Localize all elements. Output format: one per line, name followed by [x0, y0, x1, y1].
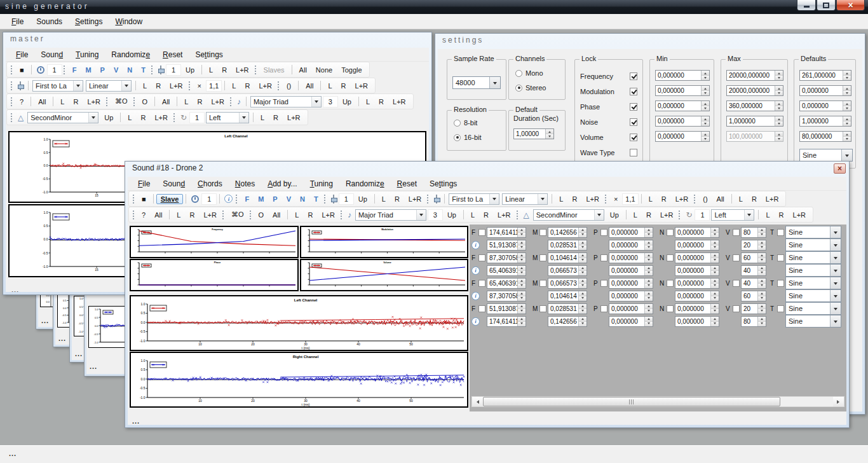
spin-up-icon[interactable] — [702, 101, 709, 106]
spinner-arrows[interactable] — [843, 86, 851, 95]
min-spinner-3[interactable]: 0,000000 — [655, 116, 710, 127]
button-l[interactable]: L — [123, 113, 136, 123]
spin-down-icon[interactable] — [702, 106, 709, 111]
max-spinner-1[interactable]: 20000,000000 — [726, 85, 783, 96]
toggle-modulation[interactable]: M — [81, 65, 95, 75]
param-checkbox-t[interactable] — [777, 229, 784, 236]
spin-up-icon[interactable] — [775, 132, 783, 137]
spin-down-icon[interactable] — [711, 322, 719, 326]
button-l[interactable]: L — [205, 65, 217, 75]
minimize-button[interactable] — [797, 0, 816, 11]
spin-up-icon[interactable] — [758, 291, 766, 296]
toggle-wavetype[interactable]: T — [309, 194, 323, 204]
wave-select[interactable]: Sine — [785, 277, 841, 289]
note-icon[interactable]: ♪ — [345, 211, 354, 219]
triangle-icon[interactable]: △ — [15, 113, 26, 122]
button-l[interactable]: L — [172, 210, 185, 220]
spinner-arrows[interactable] — [843, 71, 851, 80]
param-spinner-p[interactable]: 0,000000 — [609, 303, 653, 314]
wave-select[interactable]: Sine — [785, 238, 841, 251]
button-l[interactable]: L — [227, 81, 240, 91]
param-spinner-m[interactable]: 0,028531 — [548, 240, 587, 251]
spinner-arrows[interactable] — [701, 71, 709, 80]
spin-up-icon[interactable] — [758, 279, 766, 284]
spin-down-icon[interactable] — [711, 258, 719, 263]
param-spinner-v[interactable]: 80 — [741, 227, 766, 238]
defaults-spinner-2[interactable]: 0,000000 — [799, 100, 851, 111]
spinner-arrows[interactable] — [644, 279, 653, 288]
menu-window[interactable]: Window — [109, 15, 149, 28]
spin-up-icon[interactable] — [711, 291, 719, 296]
toolbar-grip[interactable] — [151, 65, 153, 75]
param-checkbox-n[interactable] — [667, 254, 674, 261]
spinner-arrows[interactable] — [710, 240, 719, 250]
spin-down-icon[interactable] — [579, 245, 587, 250]
param-checkbox-f[interactable] — [478, 305, 485, 312]
info-icon[interactable]: i — [471, 317, 480, 326]
spinner-arrows[interactable] — [701, 132, 709, 141]
button-l[interactable]: L — [735, 194, 747, 204]
toolbar-grip[interactable] — [105, 97, 108, 107]
spin-down-icon[interactable] — [546, 134, 553, 139]
spinner-arrows[interactable] — [644, 304, 653, 314]
spin-down-icon[interactable] — [775, 91, 783, 95]
param-spinner-p[interactable]: 0,000000 — [609, 291, 653, 301]
note-icon[interactable]: ♪ — [234, 97, 243, 106]
param-checkbox-v[interactable] — [733, 229, 740, 236]
param-spinner-n[interactable]: 0,000000 — [675, 303, 719, 314]
radio-16bit[interactable]: 16-bit — [454, 134, 482, 141]
max-spinner-0[interactable]: 20000,000000 — [726, 70, 783, 81]
spin-up-icon[interactable] — [711, 253, 719, 258]
spin-up-icon[interactable] — [758, 240, 766, 245]
sound-menu-chords[interactable]: Chords — [191, 178, 229, 190]
param-checkbox-n[interactable] — [667, 280, 674, 287]
fader-icon[interactable] — [433, 194, 440, 204]
toolbar-grip[interactable] — [10, 97, 13, 107]
question-button[interactable]: ? — [137, 210, 150, 220]
button-r[interactable]: R — [390, 194, 404, 204]
param-checkbox-m[interactable] — [539, 229, 546, 236]
toolbar-grip[interactable] — [323, 194, 326, 204]
spinner-arrows[interactable] — [517, 228, 526, 237]
spin-up-icon[interactable] — [843, 116, 851, 121]
spinner-arrows[interactable] — [775, 71, 783, 80]
spin-up-icon[interactable] — [702, 116, 709, 121]
param-checkbox-t[interactable] — [777, 305, 784, 312]
spin-up-icon[interactable] — [579, 317, 587, 322]
menu-file[interactable]: File — [5, 15, 30, 28]
min-spinner-2[interactable]: 0,000000 — [655, 100, 710, 111]
wave-select[interactable]: Sine — [785, 264, 841, 277]
spin-up-icon[interactable] — [843, 132, 851, 137]
info-icon[interactable]: i — [471, 292, 480, 300]
info-icon[interactable]: i — [471, 241, 480, 249]
spinner-arrows[interactable] — [775, 101, 783, 111]
toggle-wavetype[interactable]: T — [137, 65, 150, 75]
param-spinner-f[interactable]: 51,913087 — [487, 303, 526, 314]
button-r[interactable]: R — [775, 210, 789, 220]
param-spinner-p[interactable]: 0,000000 — [609, 278, 653, 289]
spinner-arrows[interactable] — [710, 228, 719, 237]
parens-button[interactable]: () — [282, 81, 295, 91]
toolbar-grip[interactable] — [235, 194, 238, 204]
button-l-r[interactable]: L+R — [351, 81, 373, 91]
spinner-arrows[interactable] — [644, 253, 653, 263]
chord-up-button[interactable]: Up — [338, 97, 356, 107]
spin-up-icon[interactable] — [758, 228, 766, 233]
spin-up-icon[interactable] — [758, 317, 766, 322]
button-r[interactable]: R — [747, 194, 761, 204]
spin-down-icon[interactable] — [645, 296, 653, 301]
stop-button[interactable]: ■ — [15, 65, 29, 75]
spinner-arrows[interactable] — [517, 304, 526, 314]
sound-menu-add-by[interactable]: Add by... — [261, 178, 303, 190]
spin-up-icon[interactable] — [711, 279, 719, 284]
button-l[interactable]: L — [56, 97, 69, 107]
checkbox-phase[interactable] — [630, 103, 637, 111]
spin-up-icon[interactable] — [758, 253, 766, 258]
spin-up-icon[interactable] — [579, 228, 587, 233]
spin-up-icon[interactable] — [711, 240, 719, 245]
sound-menu-tuning[interactable]: Tuning — [304, 178, 339, 190]
spinner-arrows[interactable] — [843, 101, 851, 111]
spin-down-icon[interactable] — [775, 106, 783, 111]
max-spinner-3[interactable]: 1,000000 — [726, 116, 783, 127]
param-checkbox-v[interactable] — [733, 280, 740, 287]
